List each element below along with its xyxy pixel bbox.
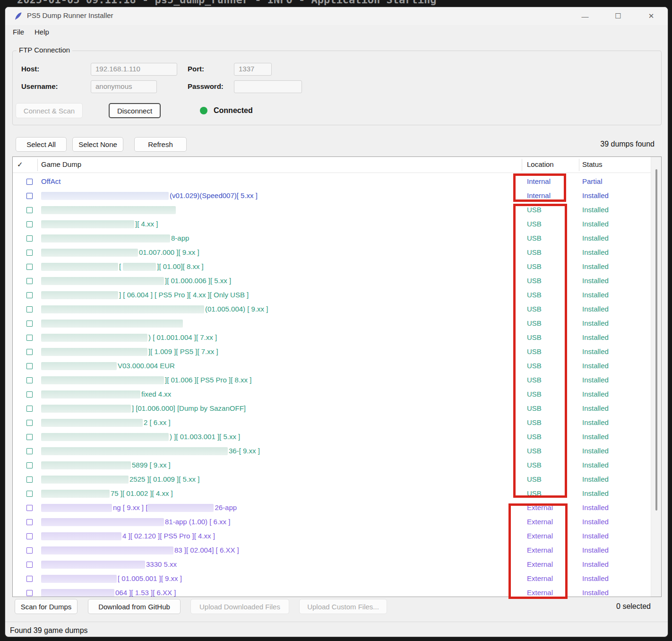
game-dump-name-text: 2525 ][ 01.009 ][ 5.xx ]	[129, 475, 199, 483]
table-scrollbar-track[interactable]	[651, 157, 661, 597]
redacted-name-blur	[41, 419, 143, 427]
maximize-button[interactable]: ☐	[602, 7, 635, 25]
game-dump-name-text: 8-app	[171, 234, 189, 242]
redacted-name-blur	[41, 490, 110, 498]
ftp-connection-group: FTP Connection Host: 192.168.1.110 Port:…	[12, 51, 662, 125]
status-cell: Installed	[582, 302, 609, 316]
row-checkbox[interactable]	[26, 420, 33, 426]
title-bar[interactable]: PS5 Dump Runner Installer — ☐ ✕	[5, 7, 668, 25]
game-dump-name-text: 01.007.000 ][ 9.xx ]	[139, 248, 199, 256]
game-dump-name-text: V03.000.004 EUR	[118, 362, 175, 370]
row-checkbox[interactable]	[26, 448, 33, 454]
refresh-button[interactable]: Refresh	[134, 137, 187, 152]
redacted-name-blur	[41, 390, 140, 398]
password-label: Password:	[188, 82, 224, 90]
row-checkbox[interactable]	[26, 491, 33, 497]
game-dump-name: 83 ][ 02.004] [ 6.XX ]	[41, 543, 239, 557]
redacted-name-blur	[41, 532, 121, 540]
row-checkbox[interactable]	[26, 349, 33, 355]
column-divider	[522, 159, 522, 171]
redacted-name-blur	[41, 405, 131, 413]
row-checkbox[interactable]	[26, 235, 33, 242]
status-column-header[interactable]: Status	[582, 160, 603, 168]
game-dump-column-header[interactable]: Game Dump	[41, 160, 81, 168]
game-dump-name: (v01.029)(Speed007)[ 5.xx ]	[41, 189, 258, 203]
row-checkbox[interactable]	[26, 505, 33, 511]
status-cell: Installed	[582, 387, 609, 401]
dumps-found-label: 39 dumps found	[600, 140, 655, 148]
connect-scan-button[interactable]: Connect & Scan	[16, 103, 83, 118]
redacted-name-blur	[41, 447, 228, 455]
menu-help[interactable]: Help	[32, 27, 52, 37]
redacted-name-blur	[41, 504, 112, 512]
row-checkbox[interactable]	[26, 221, 33, 227]
host-input[interactable]: 192.168.1.110	[91, 63, 177, 76]
username-input[interactable]: anonymous	[91, 80, 157, 93]
game-dump-name: 01.007.000 ][ 9.xx ]	[41, 245, 199, 260]
row-checkbox[interactable]	[26, 377, 33, 383]
row-checkbox[interactable]	[26, 363, 33, 369]
password-input[interactable]	[234, 80, 302, 93]
table-scrollbar-thumb[interactable]	[655, 169, 657, 511]
select-all-button[interactable]: Select All	[16, 137, 67, 152]
port-input[interactable]: 1337	[234, 63, 272, 76]
select-none-button[interactable]: Select None	[72, 137, 123, 152]
scan-for-dumps-button[interactable]: Scan for Dumps	[15, 599, 78, 614]
row-checkbox[interactable]	[26, 278, 33, 284]
game-dump-name-text: ] [01.006.000] [Dump by SazanOFF]	[132, 404, 246, 412]
game-dump-name: 81-app (1.00) [ 6.xx ]	[41, 515, 230, 529]
status-cell: Installed	[582, 373, 609, 387]
row-checkbox[interactable]	[26, 179, 33, 185]
status-cell: Installed	[582, 529, 609, 543]
game-dump-name: 75 ][ 01.002 ][ 4.xx ]	[41, 486, 173, 501]
host-label: Host:	[21, 65, 39, 73]
row-checkbox[interactable]	[26, 391, 33, 398]
column-divider	[37, 159, 38, 171]
game-dump-name-text: 5899 [ 9.xx ]	[132, 461, 171, 469]
row-checkbox[interactable]	[26, 193, 33, 199]
status-cell: Installed	[582, 260, 609, 274]
game-dump-name: ][ 1.009 ][ PS5 ][ 7.xx ]	[41, 345, 218, 359]
row-checkbox[interactable]	[26, 406, 33, 412]
row-checkbox[interactable]	[26, 547, 33, 554]
redacted-name-blur	[41, 277, 164, 285]
game-dump-name	[41, 316, 184, 330]
row-checkbox[interactable]	[26, 207, 33, 213]
game-dump-name-text: (v01.029)(Speed007)[ 5.xx ]	[170, 191, 258, 199]
annotation-box-usb	[513, 204, 567, 498]
port-label: Port:	[188, 65, 204, 73]
status-cell: Installed	[582, 401, 609, 416]
row-checkbox[interactable]	[26, 533, 33, 539]
game-dump-name-text: ][ 01.00][ 8.xx ]	[157, 262, 203, 270]
window-title: PS5 Dump Runner Installer	[27, 11, 113, 19]
minimize-button[interactable]: —	[569, 7, 602, 25]
game-dump-name-text: 26-app	[215, 503, 237, 511]
row-checkbox[interactable]	[26, 476, 33, 483]
disconnect-button[interactable]: Disconnect	[109, 103, 161, 118]
check-column-header[interactable]: ✓	[17, 160, 23, 169]
location-column-header[interactable]: Location	[527, 160, 554, 168]
row-checkbox[interactable]	[26, 576, 33, 582]
app-window: PS5 Dump Runner Installer — ☐ ✕ File Hel…	[5, 7, 668, 637]
close-button[interactable]: ✕	[635, 7, 668, 25]
upload-downloaded-files-button[interactable]: Upload Downloaded Files	[190, 599, 289, 614]
upload-custom-files-button[interactable]: Upload Custom Files...	[299, 599, 387, 614]
row-checkbox[interactable]	[26, 519, 33, 525]
game-dump-name-text: 75 ][ 01.002 ][ 4.xx ]	[111, 489, 173, 497]
download-from-github-button[interactable]: Download from GitHub	[88, 599, 181, 614]
menu-file[interactable]: File	[10, 27, 27, 37]
row-checkbox[interactable]	[26, 306, 33, 312]
row-checkbox[interactable]	[26, 250, 33, 256]
table-header[interactable]: ✓ Game Dump Location Status	[13, 157, 652, 173]
row-checkbox[interactable]	[26, 264, 33, 270]
row-checkbox[interactable]	[26, 335, 33, 341]
redacted-name-blur	[41, 348, 147, 356]
row-checkbox[interactable]	[26, 562, 33, 568]
row-checkbox[interactable]	[26, 320, 33, 327]
game-dump-name: 8-app	[41, 231, 189, 245]
row-checkbox[interactable]	[26, 590, 33, 596]
row-checkbox[interactable]	[26, 462, 33, 468]
row-checkbox[interactable]	[26, 292, 33, 298]
row-checkbox[interactable]	[26, 434, 33, 440]
game-dump-name-text: OffAct	[41, 177, 60, 185]
